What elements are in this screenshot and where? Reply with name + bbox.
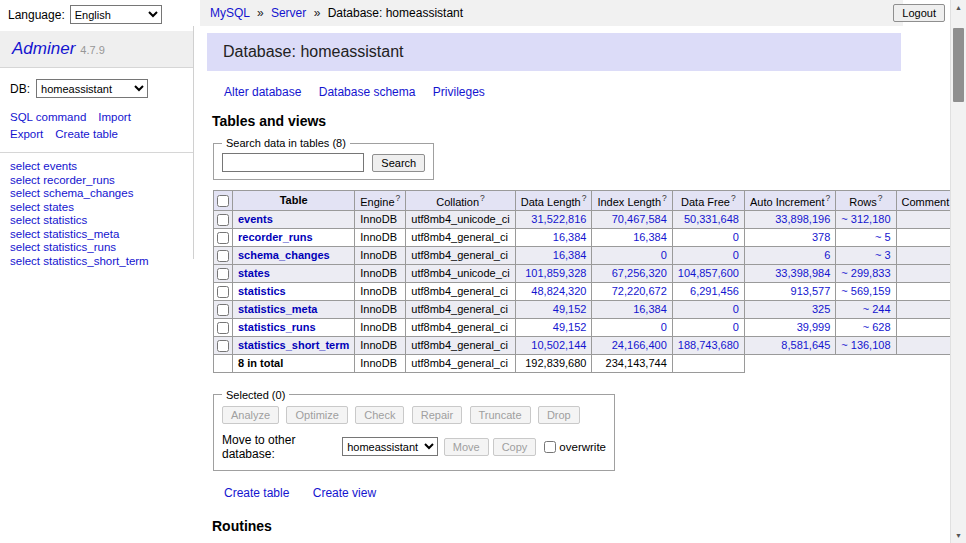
index-length-link[interactable]: 16,384	[633, 231, 667, 243]
truncate-button[interactable]: Truncate	[470, 406, 531, 424]
language-select[interactable]: English	[70, 5, 162, 24]
row-select-checkbox[interactable]	[217, 304, 229, 316]
data-free-link[interactable]: 6,291,456	[690, 285, 739, 297]
index-length-link[interactable]: 72,220,672	[612, 285, 667, 297]
row-select-checkbox[interactable]	[217, 214, 229, 226]
drop-button[interactable]: Drop	[538, 406, 580, 424]
index-length-link[interactable]: 67,256,320	[612, 267, 667, 279]
copy-button[interactable]: Copy	[493, 438, 537, 456]
rows-help-link[interactable]: ?	[878, 193, 883, 203]
table-name-link[interactable]: states	[238, 267, 270, 279]
data-free-link[interactable]: 104,857,600	[678, 267, 739, 279]
row-select-checkbox[interactable]	[217, 250, 229, 262]
index-length-link[interactable]: 70,467,584	[612, 213, 667, 225]
sidebar-item-select-statistics-short-term[interactable]: select statistics_short_term	[0, 255, 193, 268]
auto-increment-link[interactable]: 8,581,645	[781, 339, 830, 351]
index-length-link[interactable]: 16,384	[633, 303, 667, 315]
rows-count-link[interactable]: ~ 5	[875, 231, 891, 243]
sidebar-link-sql-command[interactable]: SQL command	[10, 111, 86, 123]
data-length-link[interactable]: 16,384	[553, 231, 587, 243]
index-length-link[interactable]: 0	[661, 249, 667, 261]
row-select-checkbox[interactable]	[217, 322, 229, 334]
data-length-link[interactable]: 49,152	[553, 303, 587, 315]
overwrite-checkbox[interactable]	[544, 441, 556, 453]
data-length-link[interactable]: 101,859,328	[525, 267, 586, 279]
table-name-link[interactable]: statistics	[238, 285, 286, 297]
privileges-link[interactable]: Privileges	[433, 85, 485, 99]
breadcrumb-link-mysql[interactable]: MySQL	[210, 6, 250, 20]
data-free-link[interactable]: 0	[733, 303, 739, 315]
data-length-link[interactable]: 49,152	[553, 321, 587, 333]
search-button[interactable]: Search	[372, 154, 425, 172]
repair-button[interactable]: Repair	[412, 406, 462, 424]
sidebar-link-create-table[interactable]: Create table	[55, 128, 118, 140]
data-free-link[interactable]: 0	[733, 231, 739, 243]
optimize-button[interactable]: Optimize	[286, 406, 347, 424]
collation-help-link[interactable]: ?	[480, 193, 485, 203]
scrollbar-down-arrow[interactable]: ▼	[951, 528, 966, 543]
create-table-link[interactable]: Create table	[224, 486, 289, 500]
table-name-link[interactable]: events	[238, 213, 273, 225]
data-length-link[interactable]: 48,824,320	[531, 285, 586, 297]
scrollbar-thumb[interactable]	[953, 28, 964, 102]
table-name-link[interactable]: statistics_runs	[238, 321, 316, 333]
breadcrumb-link-server[interactable]: Server	[271, 6, 306, 20]
data-length-help-link[interactable]: ?	[582, 193, 587, 203]
database-schema-link[interactable]: Database schema	[319, 85, 416, 99]
scrollbar-up-arrow[interactable]: ▲	[951, 0, 966, 15]
auto-increment-link[interactable]: 6	[824, 249, 830, 261]
index-length-link[interactable]: 24,166,400	[612, 339, 667, 351]
sidebar-link-import[interactable]: Import	[98, 111, 131, 123]
rows-count-link[interactable]: ~ 3	[875, 249, 891, 261]
sidebar-item-select-statistics-meta[interactable]: select statistics_meta	[0, 228, 193, 241]
rows-count-link[interactable]: ~ 244	[863, 303, 891, 315]
auto-increment-link[interactable]: 33,398,984	[775, 267, 830, 279]
sidebar-item-select-schema-changes[interactable]: select schema_changes	[0, 187, 193, 200]
auto-increment-link[interactable]: 39,999	[797, 321, 831, 333]
table-name-link[interactable]: schema_changes	[238, 249, 330, 261]
select-all-checkbox[interactable]	[217, 195, 229, 207]
sidebar-item-select-statistics-runs[interactable]: select statistics_runs	[0, 241, 193, 254]
index-length-link[interactable]: 0	[661, 321, 667, 333]
data-free-help-link[interactable]: ?	[731, 193, 736, 203]
alter-database-link[interactable]: Alter database	[224, 85, 301, 99]
scrollbar-track[interactable]: ▲ ▼	[950, 0, 966, 543]
rows-count-link[interactable]: ~ 299,833	[841, 267, 890, 279]
data-free-link[interactable]: 188,743,680	[678, 339, 739, 351]
auto-increment-help-link[interactable]: ?	[826, 193, 831, 203]
auto-increment-link[interactable]: 378	[812, 231, 830, 243]
row-select-checkbox[interactable]	[217, 232, 229, 244]
data-length-link[interactable]: 10,502,144	[531, 339, 586, 351]
check-button[interactable]: Check	[355, 406, 404, 424]
db-select[interactable]: homeassistant	[36, 79, 148, 98]
rows-count-link[interactable]: ~ 628	[863, 321, 891, 333]
data-free-link[interactable]: 50,331,648	[684, 213, 739, 225]
row-select-checkbox[interactable]	[217, 340, 229, 352]
move-button[interactable]: Move	[444, 438, 489, 456]
adminer-logo-link[interactable]: Adminer	[12, 39, 75, 58]
analyze-button[interactable]: Analyze	[222, 406, 279, 424]
sidebar-item-select-recorder-runs[interactable]: select recorder_runs	[0, 174, 193, 187]
auto-increment-link[interactable]: 325	[812, 303, 830, 315]
create-view-link[interactable]: Create view	[313, 486, 376, 500]
rows-count-link[interactable]: ~ 312,180	[841, 213, 890, 225]
table-name-link[interactable]: recorder_runs	[238, 231, 313, 243]
row-select-checkbox[interactable]	[217, 286, 229, 298]
rows-count-link[interactable]: ~ 136,108	[841, 339, 890, 351]
auto-increment-link[interactable]: 33,898,196	[775, 213, 830, 225]
data-length-link[interactable]: 31,522,816	[531, 213, 586, 225]
logout-button[interactable]: Logout	[893, 4, 945, 22]
table-name-link[interactable]: statistics_meta	[238, 303, 318, 315]
row-select-checkbox[interactable]	[217, 268, 229, 280]
auto-increment-link[interactable]: 913,577	[791, 285, 831, 297]
sidebar-link-export[interactable]: Export	[10, 128, 43, 140]
table-name-link[interactable]: statistics_short_term	[238, 339, 349, 351]
data-free-link[interactable]: 0	[733, 321, 739, 333]
move-database-select[interactable]: homeassistant	[342, 437, 438, 456]
sidebar-item-select-events[interactable]: select events	[0, 160, 193, 173]
data-length-link[interactable]: 16,384	[553, 249, 587, 261]
sidebar-item-select-statistics[interactable]: select statistics	[0, 214, 193, 227]
data-free-link[interactable]: 0	[733, 249, 739, 261]
rows-count-link[interactable]: ~ 569,159	[841, 285, 890, 297]
index-length-help-link[interactable]: ?	[662, 193, 667, 203]
